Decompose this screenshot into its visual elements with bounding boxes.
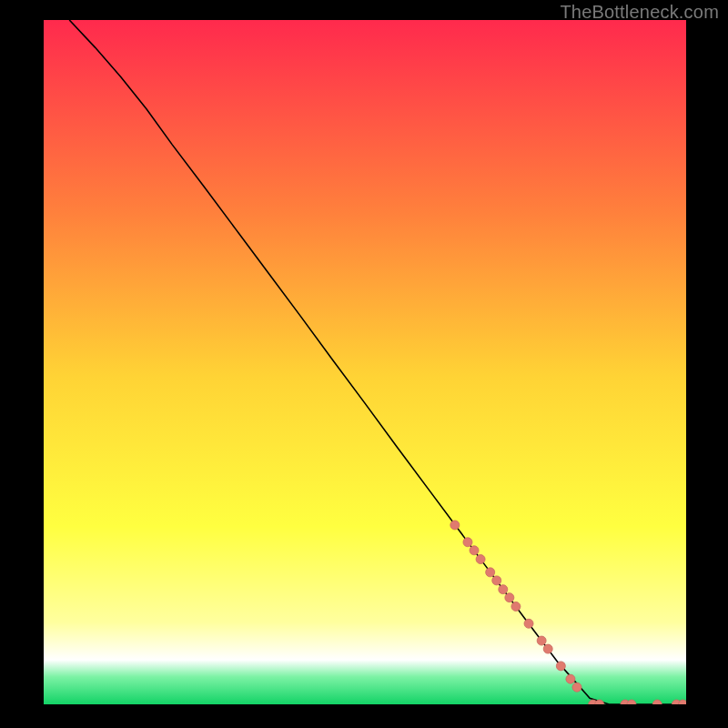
- data-marker: [476, 555, 485, 564]
- data-marker: [463, 538, 472, 547]
- plot-area: [44, 20, 686, 704]
- watermark-text: TheBottleneck.com: [560, 2, 719, 23]
- data-marker: [450, 521, 460, 530]
- chart-frame: TheBottleneck.com: [0, 0, 728, 728]
- data-marker: [543, 644, 552, 653]
- data-marker: [486, 568, 495, 577]
- data-marker: [524, 619, 533, 628]
- data-marker: [470, 546, 479, 555]
- data-marker: [492, 576, 501, 585]
- chart-svg: [44, 20, 686, 704]
- data-marker: [511, 602, 521, 611]
- gradient-background: [44, 20, 686, 704]
- data-marker: [556, 662, 565, 671]
- data-marker: [537, 636, 546, 645]
- data-marker: [566, 674, 575, 683]
- data-marker: [572, 682, 581, 692]
- data-marker: [499, 585, 508, 594]
- data-marker: [505, 593, 514, 602]
